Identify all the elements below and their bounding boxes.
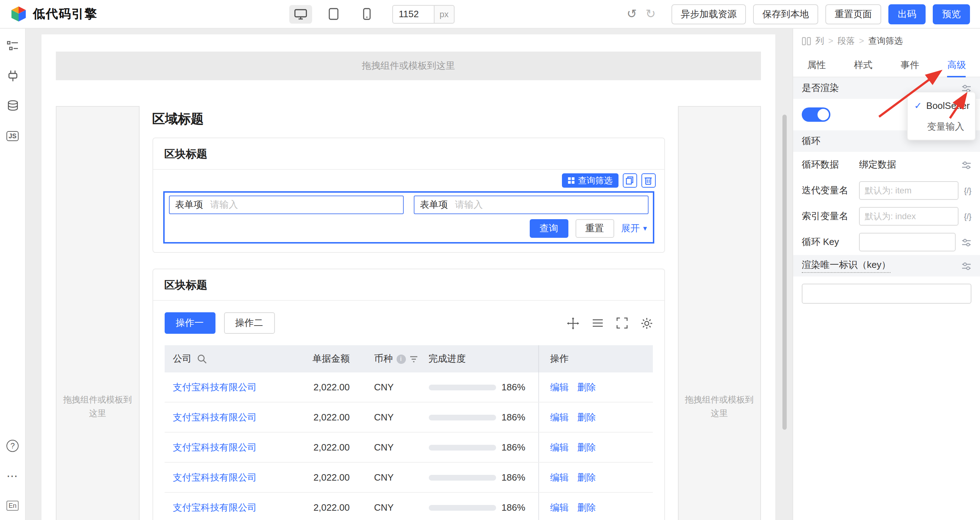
progress-bar [428, 444, 496, 450]
selection-badge[interactable]: 查询筛选 [562, 173, 618, 188]
outline-tree-icon[interactable] [5, 39, 20, 53]
render-toggle[interactable] [802, 107, 830, 122]
filter-icon[interactable] [409, 355, 418, 363]
brand: 低代码引擎 [10, 5, 97, 22]
app-logo-icon [10, 5, 27, 22]
index-var-input[interactable] [859, 207, 958, 226]
delete-link[interactable]: 删除 [578, 411, 596, 424]
loop-key-row: 循环 Key [793, 229, 980, 255]
bind-data-link[interactable]: 绑定数据 [859, 158, 896, 171]
render-key-input[interactable] [802, 284, 971, 304]
language-icon[interactable]: En [5, 499, 20, 513]
form-item-1[interactable]: 表单项 请输入 [169, 196, 403, 214]
async-load-button[interactable]: 异步加载资源 [671, 4, 746, 24]
edit-link[interactable]: 编辑 [550, 471, 569, 484]
action-two-button[interactable]: 操作二 [224, 312, 275, 334]
delete-link[interactable]: 删除 [578, 441, 596, 454]
edit-link[interactable]: 编辑 [550, 501, 569, 514]
index-var-row: 索引变量名 {/} [793, 203, 980, 229]
save-local-button[interactable]: 保存到本地 [753, 4, 818, 24]
row-density-icon[interactable] [592, 318, 603, 328]
canvas-page: 拖拽组件或模板到这里 拖拽组件或模板到这里 区域标题 区块标题 [41, 34, 775, 520]
app-window: 低代码引擎 px ↺ ↻ 异步加载资源 保存到本地 重置页面 出码 预览 [0, 0, 980, 520]
menu-item-variable-input[interactable]: 变量输入 [908, 116, 975, 137]
canvas-width-input[interactable] [392, 5, 434, 23]
copy-component-button[interactable] [622, 173, 637, 188]
left-dropzone[interactable]: 拖拽组件或模板到这里 [56, 106, 139, 520]
setter-switch-icon[interactable] [961, 160, 971, 169]
device-switch [289, 5, 378, 23]
company-link[interactable]: 支付宝科技有限公司 [173, 471, 257, 484]
help-icon[interactable]: ? [5, 439, 20, 453]
device-desktop-button[interactable] [289, 5, 312, 23]
delete-link[interactable]: 删除 [578, 471, 596, 484]
query-filter-component[interactable]: 表单项 请输入 表单项 请输入 [163, 191, 654, 244]
iterator-var-input[interactable] [859, 181, 958, 200]
variable-braces-icon[interactable]: {/} [964, 212, 971, 221]
iterator-var-row: 迭代变量名 {/} [793, 178, 980, 203]
progress-bar [428, 414, 496, 420]
settings-gear-icon[interactable] [640, 317, 652, 329]
tab-props[interactable]: 属性 [793, 53, 840, 77]
canvas-width-group: px [392, 5, 454, 23]
table-header-row: 公司 单据金额 币种 i [164, 345, 652, 372]
action-one-button[interactable]: 操作一 [164, 312, 215, 334]
query-button[interactable]: 查询 [529, 219, 568, 238]
more-icon[interactable]: ⋯ [5, 469, 20, 483]
center-column: 区域标题 区块标题 [152, 106, 665, 520]
settings-tabs: 属性 样式 事件 高级 [793, 53, 980, 77]
tab-advanced[interactable]: 高级 [934, 53, 980, 77]
company-link[interactable]: 支付宝科技有限公司 [173, 501, 257, 514]
breadcrumb-item[interactable]: 段落 [838, 35, 855, 47]
edit-link[interactable]: 编辑 [550, 411, 569, 424]
expand-link[interactable]: 展开 ▼ [621, 222, 648, 235]
codegen-button[interactable]: 出码 [888, 4, 926, 24]
fullscreen-icon[interactable] [616, 317, 627, 329]
edit-link[interactable]: 编辑 [550, 441, 569, 454]
top-dropzone[interactable]: 拖拽组件或模板到这里 [56, 51, 761, 80]
loop-key-input[interactable] [859, 233, 956, 251]
device-tablet-button[interactable] [322, 5, 345, 23]
breadcrumb-item-current[interactable]: 查询筛选 [868, 35, 903, 47]
reset-page-button[interactable]: 重置页面 [826, 4, 881, 24]
datasource-icon[interactable] [5, 99, 20, 113]
js-panel-icon[interactable]: JS [5, 129, 20, 143]
table-row: 支付宝科技有限公司 2,022.00 CNY 186% 编辑删除 [164, 402, 652, 432]
progress-bar [428, 475, 496, 480]
company-link[interactable]: 支付宝科技有限公司 [173, 441, 257, 454]
search-icon[interactable] [197, 354, 207, 364]
design-canvas: 拖拽组件或模板到这里 拖拽组件或模板到这里 区域标题 区块标题 [26, 29, 792, 520]
canvas-scrollbar[interactable] [783, 115, 787, 430]
tab-style[interactable]: 样式 [840, 53, 887, 77]
form-item-2[interactable]: 表单项 请输入 [414, 196, 648, 214]
breadcrumb-item[interactable]: 列 [815, 35, 824, 47]
table-card: 区块标题 操作一 操作二 [152, 269, 665, 520]
undo-icon[interactable]: ↺ [622, 8, 641, 20]
edit-link[interactable]: 编辑 [550, 381, 569, 394]
menu-item-boolsetter[interactable]: ✓ BoolSetter [908, 94, 975, 116]
company-link[interactable]: 支付宝科技有限公司 [173, 381, 257, 394]
data-table: 公司 单据金额 币种 i [164, 345, 652, 520]
loop-data-row: 循环数据 绑定数据 [793, 152, 980, 178]
info-icon[interactable]: i [396, 354, 406, 364]
plugin-icon[interactable] [5, 69, 20, 83]
delete-link[interactable]: 删除 [578, 501, 596, 514]
variable-braces-icon[interactable]: {/} [964, 186, 971, 195]
reset-button[interactable]: 重置 [575, 219, 614, 238]
device-phone-button[interactable] [355, 5, 378, 23]
delete-link[interactable]: 删除 [578, 381, 596, 394]
preview-button[interactable]: 预览 [933, 4, 970, 24]
delete-component-button[interactable] [641, 173, 655, 188]
redo-icon[interactable]: ↻ [641, 8, 660, 20]
company-link[interactable]: 支付宝科技有限公司 [173, 411, 257, 424]
tab-events[interactable]: 事件 [886, 53, 934, 77]
right-dropzone[interactable]: 拖拽组件或模板到这里 [678, 106, 761, 520]
table-actions-row: 操作一 操作二 [164, 312, 652, 334]
phone-icon [363, 8, 371, 20]
setter-switch-icon[interactable] [961, 261, 971, 270]
setter-switch-icon[interactable] [961, 238, 971, 247]
progress-bar [428, 384, 496, 390]
drag-move-icon[interactable] [566, 317, 579, 329]
col-company: 公司 [173, 353, 191, 365]
tablet-icon [329, 8, 339, 20]
